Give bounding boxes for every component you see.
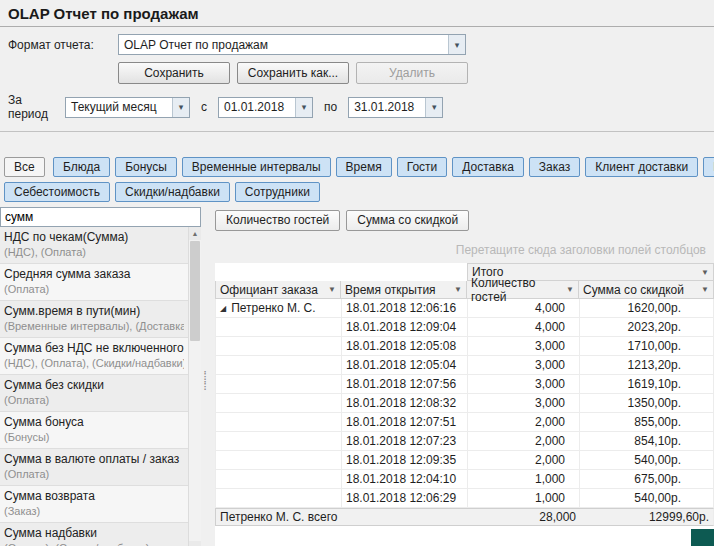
measure-chip[interactable]: Количество гостей: [215, 210, 340, 231]
column-header-guest-count[interactable]: Количество гостей ▼: [467, 281, 579, 299]
chevron-down-icon[interactable]: ▾: [425, 98, 442, 117]
chevron-down-icon[interactable]: ▾: [448, 35, 465, 54]
scroll-up-icon[interactable]: ▲: [189, 227, 201, 240]
group-cell: [216, 413, 342, 432]
scroll-down-icon[interactable]: ▼: [189, 541, 201, 546]
field-list-item[interactable]: НДС по чекам(Сумма)(НДС), (Оплата): [0, 227, 188, 264]
table-row[interactable]: 18.01.2018 12:09:352,000540,00р.: [216, 451, 714, 470]
measure-chip[interactable]: Сумма со скидкой: [346, 210, 469, 231]
guest-count-cell: 4,000: [468, 318, 580, 337]
group-label: Петренко М. С.: [231, 301, 315, 315]
field-list-item[interactable]: Средняя сумма заказа(Оплата): [0, 264, 188, 301]
field-category: (Оплата): [4, 282, 184, 296]
date-to-label: по: [324, 100, 337, 114]
filter-chip[interactable]: Гости: [397, 157, 448, 177]
panel-splitter[interactable]: ⁞ ⁞: [201, 207, 209, 546]
field-name: Сумма надбавки: [4, 526, 184, 541]
filter-chip[interactable]: Временные интервалы: [182, 157, 331, 177]
discount-sum-cell: 2023,20р.: [580, 318, 714, 337]
field-list-item[interactable]: Сумм.время в пути(мин)(Временные интерва…: [0, 301, 188, 338]
filter-chip[interactable]: Сотрудники: [235, 182, 320, 202]
filter-dropdown-icon[interactable]: ▼: [566, 285, 574, 294]
field-category: (Временные интервалы), (Доставка): [4, 319, 184, 333]
column-header-label: Время открытия: [345, 283, 436, 297]
filter-dropdown-icon[interactable]: ▼: [328, 285, 336, 294]
column-header-label: Официант заказа: [220, 283, 318, 297]
table-row[interactable]: 18.01.2018 12:07:512,000855,00р.: [216, 413, 714, 432]
total-sum-value: 12999,60р.: [580, 509, 713, 525]
scrollbar-thumb[interactable]: [190, 241, 200, 341]
save-as-button[interactable]: Сохранить как...: [237, 62, 349, 84]
save-button[interactable]: Сохранить: [118, 62, 230, 84]
field-list-wrap: НДС по чекам(Сумма)(НДС), (Оплата)Средня…: [0, 227, 201, 546]
period-preset-select[interactable]: Текущий месяц ▾: [65, 97, 190, 118]
filter-chip[interactable]: Скидки/надбавки: [115, 182, 230, 202]
field-list-item[interactable]: Сумма надбавки(Оплата), (Скидки/надбавки…: [0, 523, 188, 546]
table-row[interactable]: 18.01.2018 12:09:044,0002023,20р.: [216, 318, 714, 337]
field-list-item[interactable]: Сумма без НДС не включенного в с(НДС), (…: [0, 338, 188, 375]
splitter-dots-icon: ⁞: [203, 381, 207, 391]
discount-sum-cell: 540,00р.: [580, 451, 714, 470]
measure-row: Количество гостейСумма со скидкой: [215, 210, 714, 231]
pivot-grid: Итого ▼ Официант заказа ▼ Время открытия…: [215, 263, 714, 546]
date-from-field[interactable]: 01.01.2018 ▾: [218, 97, 313, 118]
table-row[interactable]: 18.01.2018 12:07:563,0001619,10р.: [216, 375, 714, 394]
table-row[interactable]: 18.01.2018 12:04:101,000675,00р.: [216, 470, 714, 489]
filter-chip[interactable]: Клиент доставки: [585, 157, 698, 177]
filter-chip[interactable]: Заказ: [529, 157, 580, 177]
column-header-waiter[interactable]: Официант заказа ▼: [215, 281, 341, 299]
field-list-scrollbar[interactable]: ▲ ▼: [188, 227, 201, 546]
group-cell: [216, 375, 342, 394]
expand-icon[interactable]: ◢: [220, 304, 226, 313]
guest-count-cell: 2,000: [468, 451, 580, 470]
discount-sum-cell: 1350,00р.: [580, 394, 714, 413]
pivot-area: Количество гостейСумма со скидкой Перета…: [209, 207, 714, 546]
field-list-item[interactable]: Сумма в валюте оплаты / заказ(Оплата): [0, 449, 188, 486]
field-list-item[interactable]: Сумма без скидки(Оплата): [0, 375, 188, 412]
category-filter-bar: Все БлюдаБонусыВременные интервалыВремяГ…: [0, 157, 714, 202]
filter-dropdown-icon[interactable]: ▼: [454, 285, 462, 294]
chevron-down-icon[interactable]: ▾: [295, 98, 312, 117]
group-cell: [216, 318, 342, 337]
open-time-cell: 18.01.2018 12:08:32: [342, 394, 468, 413]
filter-dropdown-icon[interactable]: ▼: [701, 268, 709, 277]
grid-total-header-row: Итого ▼: [215, 263, 714, 281]
filter-chip-all[interactable]: Все: [4, 157, 45, 177]
table-row[interactable]: 18.01.2018 12:08:323,0001350,00р.: [216, 394, 714, 413]
group-cell: [216, 489, 342, 508]
open-time-cell: 18.01.2018 12:07:51: [342, 413, 468, 432]
field-list-item[interactable]: Сумма возврата(Заказ): [0, 486, 188, 523]
filter-chip[interactable]: Блюда: [53, 157, 110, 177]
date-to-field[interactable]: 31.01.2018 ▾: [348, 97, 443, 118]
filter-chip[interactable]: Себестоимость: [4, 182, 110, 202]
guest-count-cell: 1,000: [468, 489, 580, 508]
discount-sum-cell: 1213,20р.: [580, 356, 714, 375]
filter-chip[interactable]: Бонусы: [115, 157, 177, 177]
discount-sum-cell: 1710,00р.: [580, 337, 714, 356]
field-category: (НДС), (Оплата), (Скидки/надбавки): [4, 356, 184, 370]
date-from-value: 01.01.2018: [219, 100, 295, 114]
filter-row-2: СебестоимостьСкидки/надбавкиСотрудники: [4, 182, 714, 202]
column-header-open-time[interactable]: Время открытия ▼: [341, 281, 467, 299]
field-search-input[interactable]: [0, 207, 201, 227]
delete-button[interactable]: Удалить: [356, 62, 468, 84]
report-format-select[interactable]: OLAP Отчет по продажам ▾: [118, 34, 466, 55]
table-row[interactable]: 18.01.2018 12:05:083,0001710,00р.: [216, 337, 714, 356]
guest-count-cell: 1,000: [468, 470, 580, 489]
table-row[interactable]: ◢Петренко М. С.18.01.2018 12:06:164,0001…: [216, 299, 714, 318]
filter-chip[interactable]: Время: [336, 157, 392, 177]
guest-count-cell: 2,000: [468, 432, 580, 451]
column-header-discount-sum[interactable]: Сумма со скидкой ▼: [579, 281, 714, 299]
filter-chip[interactable]: Доставка: [452, 157, 524, 177]
period-preset-value: Текущий месяц: [66, 100, 172, 114]
chevron-down-icon[interactable]: ▾: [172, 98, 189, 117]
table-row[interactable]: 18.01.2018 12:07:232,000854,10р.: [216, 432, 714, 451]
field-list-item[interactable]: Сумма бонуса(Бонусы): [0, 412, 188, 449]
field-name: Сумма в валюте оплаты / заказ: [4, 452, 184, 467]
table-row[interactable]: 18.01.2018 12:05:043,0001213,20р.: [216, 356, 714, 375]
table-row[interactable]: 18.01.2018 12:06:291,000540,00р.: [216, 489, 714, 508]
report-format-value: OLAP Отчет по продажам: [119, 38, 448, 52]
filter-dropdown-icon[interactable]: ▼: [701, 285, 709, 294]
filter-chip[interactable]: Корпорация: [703, 157, 714, 177]
group-cell: [216, 356, 342, 375]
